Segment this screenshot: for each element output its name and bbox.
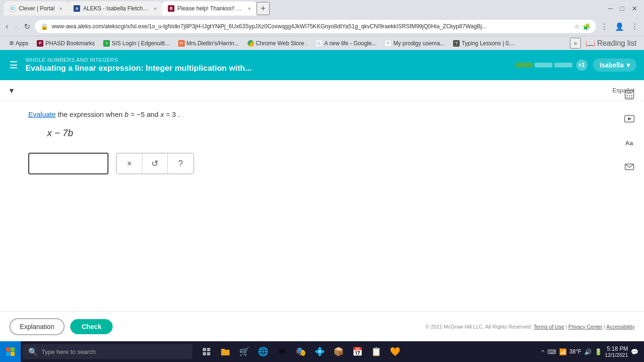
taskbar-icons: 🛒 🌐 ✉ 🎭 💠 📦 📅 📋 🧡 (194, 343, 407, 360)
refresh-button[interactable]: ↻ (22, 20, 32, 33)
close-button[interactable]: ✕ (629, 4, 640, 13)
maximize-button[interactable]: □ (618, 4, 627, 13)
header-title-block: WHOLE NUMBERS AND INTEGERS Evaluating a … (25, 57, 509, 73)
bookmark-phasd[interactable]: P PHASD Bookmarks (33, 39, 99, 48)
tab-brainly[interactable]: B Please help! Thankss!! :) - Brainly × (162, 1, 256, 16)
hamburger-button[interactable]: ☰ (8, 58, 20, 73)
bookmark-google-life[interactable]: G A new life - Google... (312, 39, 380, 48)
tab-close-brainly[interactable]: × (248, 6, 251, 11)
svg-rect-1 (627, 92, 632, 94)
question-area: Evaluate the expression when b = −5 and … (0, 101, 644, 184)
mrs-favicon: M (178, 40, 185, 47)
bookmark-google-life-label: A new life - Google... (324, 40, 377, 47)
video-button[interactable] (622, 112, 636, 128)
svg-point-7 (631, 97, 632, 98)
extensions-button[interactable]: ⋮ (599, 20, 610, 33)
answer-area: × ↺ ? (28, 153, 616, 174)
bookmark-apps-label: Apps (16, 40, 28, 47)
progress-filled-segment (515, 63, 533, 67)
header-title: Evaluating a linear expression: Integer … (25, 64, 509, 73)
task-view-icon (202, 347, 211, 356)
minimize-button[interactable]: ─ (605, 4, 616, 13)
network-icon[interactable]: 📶 (559, 348, 567, 355)
bookmark-mrs[interactable]: M Mrs.Dietlin's/Harrin... (174, 39, 243, 48)
url-bar[interactable]: 🔒 www-awa.aleks.com/alekscgi/x/lsl.exe/1… (35, 20, 596, 33)
svg-rect-14 (6, 352, 10, 356)
taskbar-search-box[interactable]: 🔍 Type here to search (23, 344, 192, 359)
bookmark-chrome-store[interactable]: Chrome Web Store . (244, 39, 311, 48)
user-button[interactable]: Isabella ▾ (593, 58, 636, 72)
evaluate-link[interactable]: Evaluate (28, 110, 56, 118)
forward-button[interactable]: › (13, 20, 19, 33)
progress-area: +1 (515, 59, 587, 71)
taskbar-edge[interactable]: 🌐 (255, 343, 272, 360)
check-button[interactable]: Check (70, 319, 113, 334)
taskbar-theater[interactable]: 🎭 (292, 343, 309, 360)
battery-icon[interactable]: 🔋 (594, 348, 602, 355)
question-and: and (147, 110, 160, 118)
tab-label-brainly: Please help! Thankss!! :) - Brainly (177, 5, 243, 12)
secure-icon: 🔒 (41, 23, 48, 30)
tab-close-clever[interactable]: × (59, 6, 62, 11)
start-button[interactable] (0, 341, 21, 362)
taskbar: 🔍 Type here to search 🛒 🌐 ✉ 🎭 💠 📦 📅 📋 🧡 (0, 341, 644, 362)
tab-close-aleks[interactable]: × (154, 6, 157, 11)
bookmarks-more-button[interactable]: » (570, 38, 581, 49)
phasd-favicon: P (37, 40, 43, 47)
more-options-button[interactable]: ⋮ (629, 20, 640, 33)
weather-temp: 38°F (570, 348, 581, 355)
bookmark-typing[interactable]: T Typing Lessons | 0,... (449, 39, 519, 48)
prodigy-favicon: P (385, 40, 391, 47)
tab-clever[interactable]: C Clever | Portal × (4, 1, 68, 16)
notification-icon[interactable]: 💬 (631, 348, 638, 355)
bookmark-star-icon[interactable]: ☆ (574, 23, 580, 30)
tab-label-aleks: ALEKS - Isabella Fletcher - Learn ... (83, 5, 149, 12)
answer-input[interactable] (28, 153, 108, 174)
chevron-up-icon[interactable]: ^ (541, 348, 544, 355)
bookmark-prodigy[interactable]: P My prodigy userna... (381, 39, 448, 48)
taskbar-dropbox[interactable]: 📦 (330, 343, 347, 360)
keyboard-icon[interactable]: ⌨ (547, 348, 556, 355)
profile-button[interactable]: 👤 (613, 20, 626, 33)
header-topic: WHOLE NUMBERS AND INTEGERS (25, 57, 509, 63)
taskbar-orange[interactable]: 🧡 (387, 343, 404, 360)
calculator-button[interactable] (622, 88, 636, 104)
privacy-center-link[interactable]: Privacy Center (569, 324, 603, 329)
accessibility-link[interactable]: Accessibility (606, 324, 635, 329)
taskbar-amazon[interactable]: 🛒 (236, 343, 253, 360)
bookmark-phasd-label: PHASD Bookmarks (45, 40, 95, 47)
taskbar-notes[interactable]: 📋 (368, 343, 385, 360)
bookmark-apps[interactable]: ⊞ Apps (6, 39, 32, 48)
help-button[interactable]: ? (168, 153, 193, 174)
bookmark-sis[interactable]: S SIS Login | Edgenuitt... (99, 39, 173, 48)
copyright-text: © 2021 McGraw Hill LLC. All Rights Reser… (426, 324, 532, 329)
secondary-header: ▾ Español (0, 80, 644, 101)
taskbar-mail[interactable]: ✉ (273, 343, 290, 360)
main-content: ☰ WHOLE NUMBERS AND INTEGERS Evaluating … (0, 50, 644, 341)
taskbar-game[interactable]: 💠 (311, 343, 328, 360)
brainly-favicon: B (168, 5, 174, 12)
question-text: Evaluate the expression when b = −5 and … (28, 110, 616, 118)
clear-button[interactable]: × (117, 153, 142, 174)
var-b-value: b = −5 (124, 110, 145, 118)
new-tab-button[interactable]: + (256, 2, 270, 15)
terms-of-use-link[interactable]: Terms of Use (534, 324, 564, 329)
mail-button[interactable] (622, 160, 636, 176)
taskbar-task-view[interactable] (198, 343, 215, 360)
back-button[interactable]: ‹ (4, 20, 10, 33)
var-x-value: x = 3 (160, 110, 176, 118)
svg-rect-18 (203, 352, 206, 355)
taskbar-file-explorer[interactable] (217, 343, 234, 360)
explanation-button[interactable]: Explanation (9, 318, 65, 335)
taskbar-calendar[interactable]: 📅 (349, 343, 366, 360)
chevron-down-button[interactable]: ▾ (9, 85, 14, 96)
volume-icon[interactable]: 🔊 (584, 348, 592, 355)
svg-text:Aa: Aa (625, 140, 633, 147)
right-sidebar: Aa (622, 88, 636, 176)
extensions-icon[interactable]: 🧩 (583, 23, 590, 30)
tab-aleks[interactable]: A ALEKS - Isabella Fletcher - Learn ... … (68, 1, 162, 16)
reading-list-button[interactable]: 📖 Reading list (584, 37, 638, 49)
svg-rect-15 (11, 352, 15, 356)
text-size-button[interactable]: Aa (622, 136, 636, 152)
undo-button[interactable]: ↺ (142, 153, 168, 174)
